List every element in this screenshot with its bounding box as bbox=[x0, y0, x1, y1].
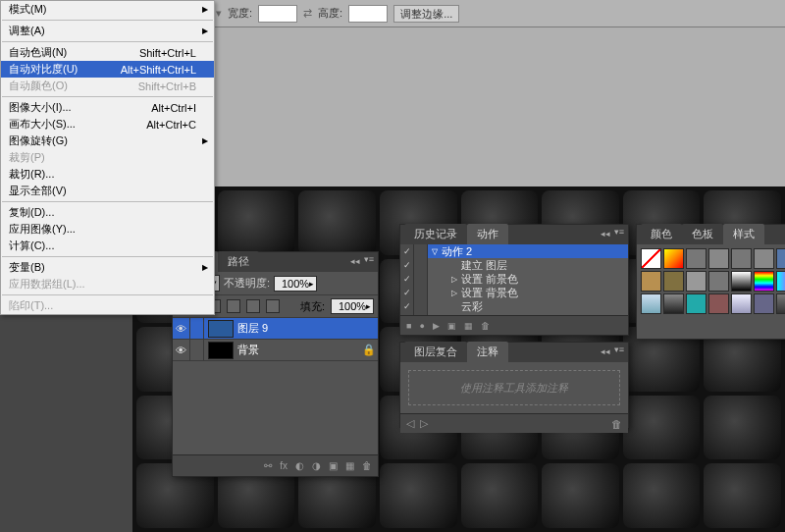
menu-item[interactable]: 应用图像(Y)... bbox=[1, 221, 214, 238]
delete-note-icon[interactable]: 🗑 bbox=[611, 418, 622, 430]
notes-panel: 图层复合 注释 ◂◂ ▾≡ 使用注释工具添加注释 ◁ ▷ 🗑 bbox=[399, 342, 629, 428]
mask-icon[interactable]: ◐ bbox=[295, 460, 304, 471]
height-label: 高度: bbox=[318, 6, 342, 21]
menu-item[interactable]: 自动色调(N)Shift+Ctrl+L bbox=[1, 44, 214, 61]
lock-icon: 🔒 bbox=[360, 344, 378, 356]
tab-color[interactable]: 颜色 bbox=[641, 224, 682, 244]
link-layers-icon[interactable]: ⚯ bbox=[264, 460, 272, 471]
action-row[interactable]: ▷设置 背景色 bbox=[428, 286, 628, 299]
height-input[interactable] bbox=[348, 5, 388, 23]
lock-position-icon[interactable] bbox=[246, 299, 260, 313]
opacity-label: 不透明度: bbox=[224, 276, 270, 291]
notes-placeholder: 使用注释工具添加注释 bbox=[408, 370, 620, 405]
image-menu: 模式(M)调整(A)自动色调(N)Shift+Ctrl+L自动对比度(U)Alt… bbox=[0, 0, 215, 315]
tab-layer-comps[interactable]: 图层复合 bbox=[404, 342, 467, 362]
width-input[interactable] bbox=[258, 5, 297, 23]
layer-list: 👁图层 9👁背景🔒 bbox=[173, 318, 378, 446]
style-swatch[interactable] bbox=[663, 248, 684, 269]
action-row[interactable]: ▽动作 2 bbox=[428, 244, 628, 258]
new-set-icon[interactable]: ▣ bbox=[447, 321, 456, 331]
fx-icon[interactable]: fx bbox=[280, 460, 288, 471]
style-swatch[interactable] bbox=[641, 271, 661, 292]
layers-footer: ⚯ fx ◐ ◑ ▣ ▦ 🗑 bbox=[173, 454, 378, 476]
style-swatch[interactable] bbox=[776, 248, 785, 269]
styles-grid bbox=[637, 244, 785, 318]
menu-item[interactable]: 裁切(R)... bbox=[1, 166, 214, 183]
style-swatch[interactable] bbox=[731, 248, 752, 269]
style-swatch[interactable] bbox=[754, 271, 774, 292]
style-swatch[interactable] bbox=[686, 248, 706, 269]
action-row[interactable]: ▷设置 前景色 bbox=[428, 272, 628, 286]
tab-history[interactable]: 历史记录 bbox=[404, 224, 467, 244]
menu-item: 裁剪(P) bbox=[1, 149, 214, 166]
style-swatch[interactable] bbox=[663, 271, 684, 292]
style-swatch[interactable] bbox=[686, 293, 706, 314]
new-layer-icon[interactable]: ▦ bbox=[345, 460, 354, 471]
style-swatch[interactable] bbox=[641, 293, 661, 314]
style-swatch[interactable] bbox=[754, 248, 774, 269]
visibility-icon[interactable]: 👁 bbox=[173, 318, 190, 339]
prev-note-icon[interactable]: ◁ bbox=[406, 417, 414, 430]
lock-pixels-icon[interactable] bbox=[227, 299, 240, 313]
refine-edge-button[interactable]: 调整边缘... bbox=[393, 5, 459, 23]
play-icon[interactable]: ▶ bbox=[433, 321, 440, 331]
menu-item: 自动颜色(O)Shift+Ctrl+B bbox=[1, 78, 214, 94]
menu-item[interactable]: 变量(B) bbox=[1, 259, 214, 276]
tab-actions[interactable]: 动作 bbox=[467, 224, 508, 244]
menu-item[interactable]: 显示全部(V) bbox=[1, 183, 214, 199]
layer-row[interactable]: 👁图层 9 bbox=[173, 318, 378, 340]
menu-item[interactable]: 图像大小(I)...Alt+Ctrl+I bbox=[1, 99, 214, 116]
group-icon[interactable]: ▣ bbox=[329, 460, 338, 471]
style-swatch[interactable] bbox=[776, 293, 785, 314]
style-swatch[interactable] bbox=[708, 248, 729, 269]
width-label: 宽度: bbox=[228, 6, 252, 21]
style-swatch[interactable] bbox=[686, 271, 706, 292]
menu-item: 陷印(T)... bbox=[1, 297, 214, 314]
action-row[interactable]: 云彩 bbox=[428, 299, 628, 313]
delete-icon[interactable]: 🗑 bbox=[362, 460, 372, 471]
menu-item[interactable]: 图像旋转(G) bbox=[1, 133, 214, 149]
action-row[interactable]: 建立 图层 bbox=[428, 258, 628, 272]
menu-item[interactable]: 复制(D)... bbox=[1, 204, 214, 221]
menu-item: 应用数据组(L)... bbox=[1, 276, 214, 293]
tab-swatches[interactable]: 色板 bbox=[682, 224, 723, 244]
next-note-icon[interactable]: ▷ bbox=[420, 417, 428, 430]
style-swatch[interactable] bbox=[708, 293, 729, 314]
style-swatch[interactable] bbox=[641, 248, 661, 269]
style-swatch[interactable] bbox=[708, 271, 729, 292]
layer-row[interactable]: 👁背景🔒 bbox=[173, 340, 378, 361]
menu-item[interactable]: 调整(A) bbox=[1, 23, 214, 39]
menu-item[interactable]: 画布大小(S)...Alt+Ctrl+C bbox=[1, 116, 214, 133]
adjustment-icon[interactable]: ◑ bbox=[312, 460, 321, 471]
panel-menu-icon[interactable]: ▾≡ bbox=[612, 227, 626, 237]
stop-icon[interactable]: ■ bbox=[406, 321, 411, 331]
panel-menu-icon[interactable]: ▾≡ bbox=[362, 254, 376, 264]
style-swatch[interactable] bbox=[754, 293, 774, 314]
options-dropdown-icon[interactable]: ▾ bbox=[216, 7, 222, 20]
actions-panel: 历史记录 动作 ◂◂ ▾≡ ✓✓✓✓✓ ▽动作 2建立 图层▷设置 前景色▷设置… bbox=[399, 224, 629, 336]
collapse-icon[interactable]: ◂◂ bbox=[350, 256, 360, 266]
menu-item[interactable]: 自动对比度(U)Alt+Shift+Ctrl+L bbox=[1, 61, 214, 78]
tab-notes[interactable]: 注释 bbox=[467, 342, 508, 362]
actions-tree[interactable]: ▽动作 2建立 图层▷设置 前景色▷设置 背景色云彩 bbox=[428, 244, 628, 315]
collapse-icon[interactable]: ◂◂ bbox=[601, 346, 610, 356]
fill-input[interactable]: 100% bbox=[331, 298, 374, 314]
collapse-icon[interactable]: ◂◂ bbox=[601, 229, 610, 239]
swap-icon[interactable]: ⇄ bbox=[303, 7, 312, 20]
delete-action-icon[interactable]: 🗑 bbox=[481, 321, 490, 331]
menu-item[interactable]: 模式(M) bbox=[1, 1, 214, 18]
record-icon[interactable]: ● bbox=[419, 321, 424, 331]
style-swatch[interactable] bbox=[731, 271, 752, 292]
lock-all-icon[interactable] bbox=[266, 299, 280, 313]
style-swatch[interactable] bbox=[663, 293, 684, 314]
visibility-icon[interactable]: 👁 bbox=[173, 340, 190, 360]
menu-item[interactable]: 计算(C)... bbox=[1, 238, 214, 254]
tab-paths[interactable]: 路径 bbox=[218, 251, 259, 272]
tab-styles[interactable]: 样式 bbox=[723, 224, 764, 244]
styles-panel: 颜色 色板 样式 ◂◂ ▾≡ ▲▼ bbox=[636, 224, 785, 340]
style-swatch[interactable] bbox=[776, 271, 785, 292]
style-swatch[interactable] bbox=[731, 293, 752, 314]
new-action-icon[interactable]: ▦ bbox=[464, 321, 473, 331]
opacity-input[interactable]: 100% bbox=[274, 276, 317, 292]
panel-menu-icon[interactable]: ▾≡ bbox=[612, 345, 626, 354]
